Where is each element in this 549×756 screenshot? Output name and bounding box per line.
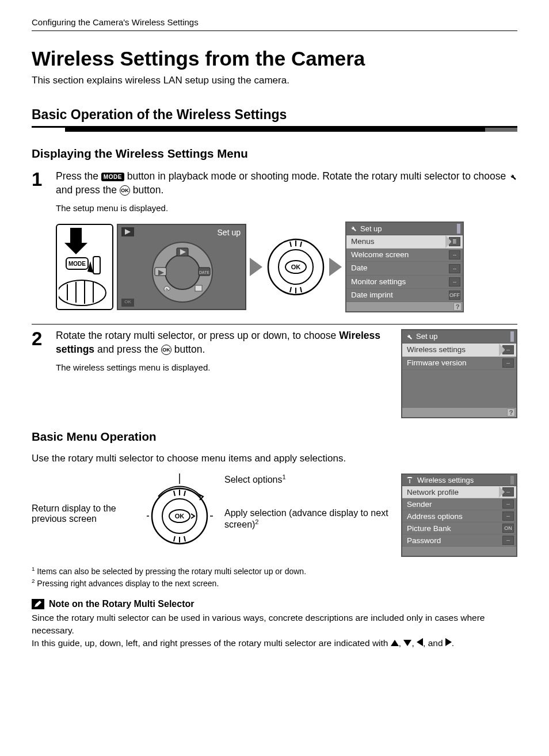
- setup-menu-screen: Set up Menus≣ Welcome screen-- Date-- Mo…: [345, 222, 464, 313]
- bmo-figure-row: Return display to the previous screen OK…: [32, 474, 517, 557]
- menu-badge: --: [449, 277, 460, 287]
- menu-badge: ON: [502, 524, 514, 533]
- wrench-icon: [509, 173, 517, 181]
- menu-label: Picture Bank: [407, 524, 451, 533]
- rotary-dial-labeled: OK: [147, 474, 213, 548]
- note-heading: Note on the Rotary Multi Selector: [32, 599, 517, 609]
- wireless-menu-screen: Wireless settings Network profile-- Send…: [401, 474, 517, 557]
- menu-label: Date: [351, 263, 368, 273]
- menu-badge: --: [502, 499, 514, 509]
- menu-item-menus: Menus≣: [346, 235, 463, 249]
- menu-label: Monitor settings: [351, 277, 406, 287]
- menu-item-picture-bank: Picture BankON: [402, 522, 516, 534]
- footnote-mark: 2: [32, 578, 35, 584]
- lcd-title: Wireless settings: [417, 476, 474, 484]
- menu-label: Menus: [351, 236, 375, 247]
- setup-menu-screen-2: Set up Wireless settings-- Firmware vers…: [401, 329, 517, 418]
- triangle-left-icon: [417, 638, 423, 646]
- camera-mode-illustration: MODE: [56, 224, 113, 310]
- menu-label: Network profile: [407, 488, 459, 497]
- menu-badge: --: [502, 536, 514, 545]
- wrench-icon: [350, 225, 357, 232]
- lcd-footer: ?: [402, 408, 516, 417]
- menu-label: Password: [407, 536, 441, 545]
- menu-label: Wireless settings: [407, 345, 466, 355]
- menu-badge: --: [449, 250, 460, 259]
- svg-text:OK: OK: [291, 264, 301, 270]
- step2-text-b: and press the: [97, 343, 161, 355]
- step1-text-b: button in playback mode or shooting mode…: [127, 170, 509, 182]
- step1-text-a: Press the: [56, 170, 101, 182]
- antenna-icon: [406, 477, 414, 484]
- menu-badge: ≣: [449, 237, 460, 246]
- svg-text:DATE: DATE: [199, 270, 209, 274]
- step1-subtext: The setup menu is displayed.: [56, 203, 517, 214]
- menu-badge: --: [449, 264, 460, 273]
- mode-dial-screen: Set up DATE OK: [117, 224, 246, 310]
- help-icon: ?: [453, 303, 462, 311]
- step2-text-a: Rotate the rotary multi selector, or pre…: [56, 330, 339, 341]
- step1-text-c: and press the: [56, 184, 120, 196]
- step-number: 2: [32, 329, 56, 418]
- step1-figure-row: MODE Set up: [56, 222, 517, 313]
- subsection-heading-display-menu: Displaying the Wireless Settings Menu: [32, 147, 517, 161]
- menu-label: Sender: [407, 500, 432, 509]
- arrow-right-icon: [329, 258, 342, 276]
- subsection-heading-basic-menu: Basic Menu Operation: [32, 430, 517, 444]
- lcd-footer: ?: [346, 302, 463, 311]
- heading-rule: [32, 126, 517, 132]
- step1-text-d: button.: [133, 184, 164, 196]
- menu-item-monitor: Monitor settings--: [346, 276, 463, 289]
- intro-text: This section explains wireless LAN setup…: [32, 75, 517, 86]
- breadcrumb: Configuring the Camera's Wireless Settin…: [32, 17, 517, 31]
- svg-point-9: [165, 255, 200, 289]
- svg-text:MODE: MODE: [68, 261, 86, 267]
- wrench-icon: [406, 333, 413, 340]
- menu-label: Firmware version: [407, 358, 467, 368]
- note-body-2a: In this guide, up, down, left, and right…: [32, 638, 391, 648]
- bmo-label-right: Apply selection (advance display to next…: [224, 508, 390, 530]
- step2-text-c: button.: [174, 343, 205, 355]
- help-icon: ?: [507, 408, 515, 417]
- t: ,: [399, 638, 404, 648]
- pencil-note-icon: [32, 599, 44, 609]
- step2-subtext: The wireless settings menu is displayed.: [56, 362, 390, 373]
- lcd-footer: [402, 547, 516, 556]
- svg-rect-14: [195, 285, 202, 291]
- lcd-title: Set up: [416, 331, 438, 342]
- menu-item-network-profile: Network profile--: [402, 486, 516, 498]
- page-title: Wireless Settings from the Camera: [32, 47, 517, 70]
- t: .: [452, 638, 454, 648]
- section-heading: Basic Operation of the Wireless Settings: [32, 107, 517, 123]
- footnotes: 1 Items can also be selected by pressing…: [32, 565, 517, 589]
- svg-text:OK: OK: [175, 513, 185, 520]
- triangle-right-icon: [445, 638, 452, 646]
- arrow-right-icon: [250, 258, 262, 276]
- step-1: 1 Press the MODE button in playback mode…: [32, 170, 517, 324]
- menu-badge: --: [502, 358, 514, 368]
- menu-item-password: Password--: [402, 534, 516, 547]
- ok-hint-icon: OK: [121, 299, 134, 307]
- svg-rect-7: [93, 257, 100, 274]
- menu-item-firmware: Firmware version--: [402, 357, 516, 370]
- menu-badge: --: [502, 511, 514, 521]
- menu-badge: --: [502, 345, 514, 354]
- bmo-label-top: Select options1: [224, 474, 390, 485]
- menu-label: Welcome screen: [351, 250, 409, 260]
- menu-label: Address options: [407, 512, 463, 521]
- note-body: Since the rotary multi selector can be u…: [32, 612, 517, 649]
- menu-item-address: Address options--: [402, 510, 516, 522]
- lcd-title-bar: Set up: [346, 223, 463, 236]
- menu-item-welcome: Welcome screen--: [346, 249, 463, 262]
- bmo-description: Use the rotary multi selector to choose …: [32, 453, 517, 464]
- footnote-mark: 1: [32, 566, 35, 572]
- note-head-text: Note on the Rotary Multi Selector: [49, 599, 194, 609]
- ok-button-icon: OK: [161, 345, 171, 355]
- rotary-dial-illustration: OK: [266, 237, 326, 297]
- footnote-1: Items can also be selected by pressing t…: [37, 567, 306, 576]
- triangle-up-icon: [391, 640, 399, 646]
- menu-item-wireless: Wireless settings--: [402, 343, 516, 357]
- step-number: 1: [32, 170, 56, 317]
- bmo-label-left: Return display to the previous screen: [32, 474, 135, 524]
- t: ,: [411, 638, 417, 648]
